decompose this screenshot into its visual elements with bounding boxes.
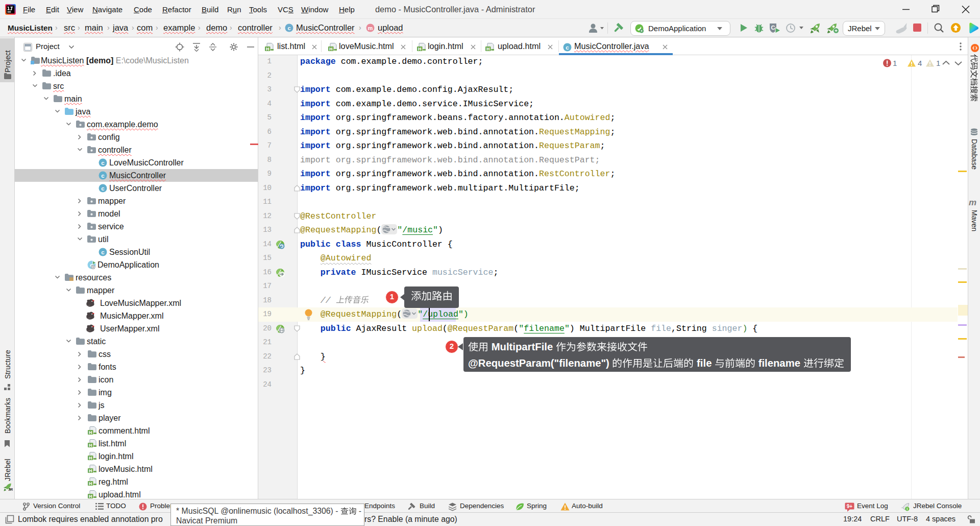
svg-text:c: c [287, 25, 290, 31]
svg-text:JR: JR [8, 488, 13, 492]
svg-text:H: H [89, 456, 92, 461]
svg-text:H: H [89, 494, 92, 499]
svg-text:H: H [89, 468, 92, 473]
svg-text:1: 1 [893, 59, 897, 67]
svg-text:H: H [89, 430, 92, 435]
svg-text:H: H [329, 46, 333, 52]
svg-text:H: H [266, 46, 270, 52]
svg-text:c: c [101, 185, 105, 192]
svg-text:C: C [771, 25, 775, 31]
svg-text:c: c [566, 44, 569, 51]
svg-text:i: i [906, 507, 908, 511]
svg-text:c: c [101, 173, 105, 179]
svg-text:9+: 9+ [847, 504, 853, 509]
svg-text:1: 1 [936, 59, 940, 67]
svg-text:c: c [101, 249, 105, 255]
svg-text:H: H [418, 46, 422, 52]
svg-text:H: H [89, 443, 92, 448]
svg-text:H: H [89, 481, 92, 486]
svg-text:m: m [368, 25, 373, 31]
svg-text:H: H [486, 46, 490, 52]
svg-text:4: 4 [918, 59, 922, 67]
svg-text:c: c [101, 160, 105, 166]
